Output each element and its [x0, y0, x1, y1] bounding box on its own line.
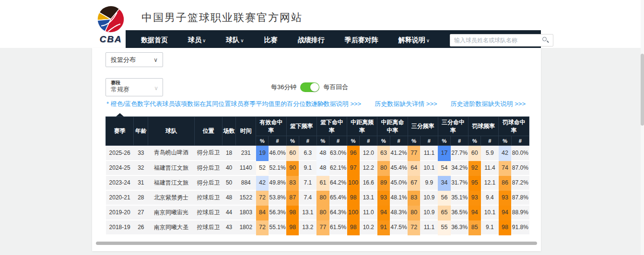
column-header-games[interactable]: 场数: [222, 117, 236, 146]
team-cell: 福建晋江文旅: [148, 175, 194, 190]
nav-item-players[interactable]: 球员∨: [188, 36, 206, 45]
nav-item-games[interactable]: 比赛: [264, 36, 278, 45]
link-missing-history-detail[interactable]: 历史数据缺失详情 >>>: [375, 100, 437, 108]
stat-value-cell: 13.1: [360, 190, 377, 205]
stat-value-cell: 49.8%: [269, 175, 286, 190]
percentile-cell: 98: [347, 220, 360, 235]
time-cell: 1802: [236, 220, 256, 235]
percentile-cell: 91: [377, 220, 390, 235]
games-cell: 48: [222, 190, 236, 205]
stat-value-cell: 47.5%: [390, 220, 408, 235]
age-cell: 32: [134, 161, 148, 175]
nav-item-glossary[interactable]: 解释说明∨: [398, 36, 430, 45]
percentile-cell: 77: [316, 220, 329, 235]
cba-logo[interactable]: CBA: [94, 4, 128, 48]
percentile-cell: 60: [286, 146, 299, 161]
column-header-season[interactable]: 赛季: [106, 117, 134, 146]
page-header: CBA 中国男子篮球职业联赛官方网站 数据首页 球员∨ 球队∨ 比赛 战绩排行 …: [0, 0, 644, 48]
stat-value-cell: 64.3%: [329, 205, 347, 220]
position-cell: 得分后卫: [194, 175, 222, 190]
main-navigation: 数据首页 球员∨ 球队∨ 比赛 战绩排行 季后赛对阵 解释说明∨: [126, 30, 541, 50]
nav-item-data-home[interactable]: 数据首页: [141, 36, 168, 45]
percentile-cell: 87: [286, 190, 299, 205]
stat-value-cell: 12.2: [360, 161, 377, 175]
stat-value-cell: 11.1: [420, 146, 438, 161]
column-header-three-fg[interactable]: 三分命中率: [438, 117, 468, 136]
stat-value-cell: 80.0%: [511, 146, 529, 161]
content-card: 投篮分布 ∨ 赛段 常规赛 ∨ 每36分钟 每百回合 * 橙色/蓝色数字代表球员…: [92, 48, 541, 251]
percentile-cell: 83: [408, 190, 420, 205]
nav-item-playoff-bracket[interactable]: 季后赛对阵: [345, 36, 378, 45]
sort-indicator-icon: [116, 113, 124, 116]
nav-item-teams[interactable]: 球队∨: [226, 36, 244, 45]
stat-value-cell: 36.5%: [451, 205, 468, 220]
stat-value-cell: 10.9: [420, 190, 438, 205]
percentile-cell: 98: [286, 205, 299, 220]
percentile-cell: 19: [256, 146, 269, 161]
subcolumn-header: #: [269, 136, 286, 146]
percentile-cell: 17: [438, 146, 450, 161]
table-row: 2019-2027南京同曦宙光控球后卫4418038456.3%9813.180…: [106, 205, 529, 220]
position-cell: 得分后卫: [194, 161, 222, 175]
search-input[interactable]: [450, 34, 553, 46]
percentile-cell: 93: [499, 190, 511, 205]
position-cell: 控球后卫: [194, 190, 222, 205]
stat-value-cell: 9.4: [481, 190, 499, 205]
stat-value-cell: 45.4%: [390, 161, 408, 175]
column-header-rim-freq[interactable]: 篮下频率: [286, 117, 316, 136]
percentile-cell: 89: [377, 175, 390, 190]
horizontal-scrollbar[interactable]: [96, 242, 537, 245]
percentile-cell: 80: [377, 161, 390, 175]
stat-value-cell: 56.3%: [269, 205, 286, 220]
subcolumn-header: #: [390, 136, 408, 146]
subcolumn-header: #: [299, 136, 316, 146]
column-header-mid-fg[interactable]: 中距离命中率: [377, 117, 408, 136]
position-cell: 控球后卫: [194, 220, 222, 235]
stat-value-cell: 10.1: [420, 161, 438, 175]
report-type-select[interactable]: 投篮分布 ∨: [105, 52, 163, 67]
percentile-cell: 77: [408, 146, 420, 161]
column-header-efg[interactable]: 有效命中率: [256, 117, 286, 136]
link-missing-advanced-history[interactable]: 历史进阶数据缺失说明 >>>: [451, 100, 526, 108]
stat-value-cell: 11.0: [360, 205, 377, 220]
subcolumn-header: %: [316, 136, 329, 146]
percentile-cell: 100: [347, 205, 360, 220]
rate-mode-toggle[interactable]: [300, 82, 319, 92]
position-cell: 控球后卫: [194, 205, 222, 220]
column-header-mid-freq[interactable]: 中距离频率: [347, 117, 377, 136]
help-links: 进阶数据说明 >>> 历史数据缺失详情 >>> 历史进阶数据缺失说明 >>>: [311, 100, 526, 108]
percentile-cell: 72: [256, 190, 269, 205]
column-header-three-freq[interactable]: 三分频率: [408, 117, 438, 136]
percentile-cell: 96: [347, 146, 360, 161]
percentile-cell: 48: [316, 161, 329, 175]
column-header-age[interactable]: 年龄: [134, 117, 148, 146]
stage-select[interactable]: 赛段 常规赛 ∨: [105, 78, 163, 96]
column-header-time[interactable]: 时间: [236, 117, 256, 146]
percentile-cell: 92: [468, 161, 481, 175]
stat-value-cell: 52.1%: [269, 161, 286, 175]
search-icon[interactable]: [542, 36, 550, 44]
percentile-cell: 80: [316, 190, 329, 205]
column-header-rim-fg[interactable]: 篮下命中率: [316, 117, 347, 136]
percentile-cell: 80: [408, 205, 420, 220]
stat-value-cell: 16.6: [360, 175, 377, 190]
nav-item-standings[interactable]: 战绩排行: [298, 36, 325, 45]
column-header-ft-fg[interactable]: 罚球命中率: [499, 117, 529, 136]
stat-value-cell: 12.0: [360, 146, 377, 161]
percentile-cell: 34: [438, 175, 450, 190]
link-advanced-stats-help[interactable]: 进阶数据说明 >>>: [311, 100, 361, 108]
subcolumn-header: %: [438, 136, 450, 146]
column-header-ft-freq[interactable]: 罚球频率: [468, 117, 499, 136]
stat-value-cell: 11.1: [420, 220, 438, 235]
column-header-position[interactable]: 位置: [194, 117, 222, 146]
stat-value-cell: 11.4: [481, 161, 499, 175]
cba-logo-text: CBA: [94, 35, 128, 44]
stat-value-cell: 9.9: [420, 175, 438, 190]
stat-value-cell: 48.3%: [390, 205, 408, 220]
stat-value-cell: 36.3%: [451, 220, 468, 235]
stat-value-cell: 5.9: [481, 146, 499, 161]
vertical-scrollbar-thumb[interactable]: [641, 54, 644, 126]
percentile-cell: 55: [438, 220, 450, 235]
percentile-cell: 64: [408, 161, 420, 175]
column-header-team[interactable]: 球队: [148, 117, 194, 146]
